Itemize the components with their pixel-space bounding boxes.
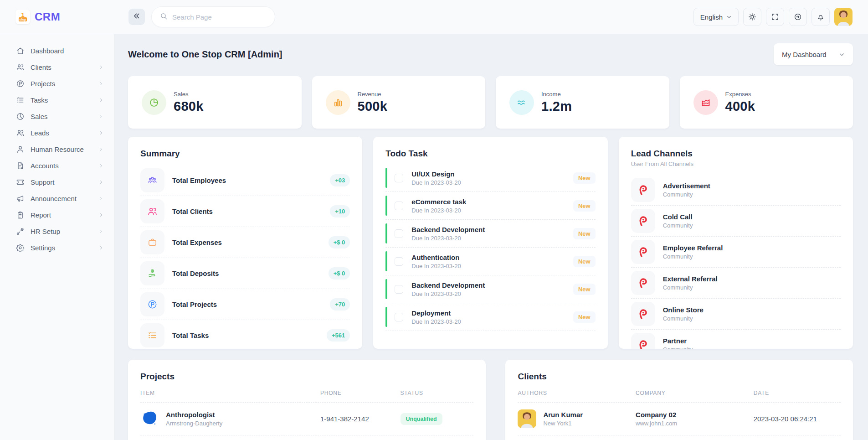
lead-channel-item: Partner Community (631, 330, 841, 349)
stat-label: Income (541, 91, 572, 98)
dashboard-select[interactable]: My Dashboard (774, 43, 853, 65)
todo-card: Todo Task UI/UX Design Due In 2023-03-20… (373, 137, 607, 349)
sidebar-item-report[interactable]: Report (0, 207, 114, 223)
column-header-date: DATE (754, 390, 841, 396)
avatar-image (834, 8, 853, 26)
client-date: 2023-03-20 06:24:21 (754, 415, 841, 423)
count-badge: +561 (327, 329, 350, 342)
todo-item: UI/UX Design Due In 2023-03-20 New (385, 164, 595, 192)
chevron-right-icon (98, 113, 103, 120)
summary-card: Summary Total Employees +03 Total Client… (128, 137, 362, 349)
bell-icon (817, 13, 825, 21)
brand-name: CRM (35, 10, 60, 23)
summary-row: Total Projects +70 (140, 289, 350, 320)
clipboard-icon (16, 211, 25, 219)
sidebar-item-announcement[interactable]: Announcement (0, 190, 114, 207)
sidebar-item-human-resource[interactable]: Human Resource (0, 141, 114, 157)
search-input[interactable] (172, 13, 267, 21)
status-badge: Unqualified (401, 413, 442, 425)
new-badge: New (573, 200, 596, 212)
sidebar-item-leads[interactable]: Leads (0, 124, 114, 141)
count-badge: +10 (330, 205, 350, 217)
summary-row: Total Tasks +561 (140, 320, 350, 349)
clients-card: Clients AUTHORS COMPANY DATE Arun Kumar … (505, 360, 853, 440)
sidebar-collapse-button[interactable] (128, 9, 145, 25)
tools-icon (16, 227, 25, 236)
count-badge: +$ 0 (329, 236, 350, 248)
tasklist-icon (140, 323, 164, 347)
stat-label: Expenses (725, 91, 755, 98)
brand-badge-icon: 1 stop (15, 10, 30, 24)
todo-checkbox[interactable] (395, 285, 403, 294)
sidebar: Dashboard Clients Projects Tasks Sales L… (0, 34, 115, 440)
new-badge: New (573, 311, 596, 323)
area-chart-icon (693, 90, 718, 115)
column-header-status: STATUS (401, 390, 474, 396)
theme-toggle-button[interactable] (743, 8, 761, 26)
pie-chart-icon (142, 90, 166, 115)
sidebar-item-tasks[interactable]: Tasks (0, 92, 114, 108)
language-dropdown[interactable]: English (693, 8, 739, 26)
stat-card-sales: Sales 680k (128, 76, 302, 129)
waves-icon (509, 90, 534, 115)
user-avatar[interactable] (834, 8, 853, 26)
fullscreen-button[interactable] (766, 8, 784, 26)
summary-row: Total Employees +03 (140, 165, 350, 196)
column-header-authors: AUTHORS (518, 390, 636, 396)
project-row: Anthropologist Armstrong-Daugherty 1-941… (140, 403, 473, 435)
lead-channel-item: Employee Referral Community (631, 237, 841, 268)
sidebar-item-settings[interactable]: Settings (0, 239, 114, 256)
priority-bar (385, 223, 387, 243)
lead-channels-list: Advertisement Community Cold Call Commun… (631, 175, 841, 349)
sidebar-item-dashboard[interactable]: Dashboard (0, 42, 114, 59)
wallet-icon (140, 230, 164, 254)
todo-checkbox[interactable] (395, 257, 403, 266)
todo-checkbox[interactable] (395, 202, 403, 210)
count-badge: +$ 0 (329, 267, 350, 280)
lead-channels-card: Lead Channels User From All Channels Adv… (619, 137, 853, 349)
project-avatar (140, 409, 159, 428)
arrow-circle-icon (794, 13, 802, 21)
sidebar-item-accounts[interactable]: Accounts (0, 157, 114, 174)
projects-card: Projects ITEM PHONE STATUS Anthropologis… (128, 360, 486, 440)
todo-item: eCommerce task Due In 2023-03-20 New (385, 192, 595, 220)
new-badge: New (573, 256, 596, 267)
lead-channel-item: Advertisement Community (631, 175, 841, 206)
summary-row: Total Clients +10 (140, 196, 350, 227)
sidebar-item-support[interactable]: Support (0, 174, 114, 190)
priority-bar (385, 307, 387, 327)
stat-card-income: Income 1.2m (496, 76, 669, 129)
client-company: Company 02 (636, 411, 754, 419)
stat-cards: Sales 680k Revenue 500k Income 1.2m Expe… (128, 76, 853, 129)
project-phone: 1-941-382-2142 (320, 415, 401, 423)
project-icon (16, 79, 25, 88)
lead-channels-subtitle: User From All Channels (631, 160, 841, 167)
chevron-right-icon (98, 162, 103, 170)
priority-bar (385, 168, 387, 188)
sidebar-item-hr-setup[interactable]: HR Setup (0, 223, 114, 239)
stat-value: 680k (174, 99, 204, 114)
stat-value: 500k (358, 99, 388, 114)
client-row: Ebrahim Company 02 2023-03-20 06:24:21 (518, 435, 841, 440)
todo-checkbox[interactable] (395, 313, 403, 321)
stat-label: Revenue (358, 91, 388, 98)
lead-channel-item: Cold Call Community (631, 206, 841, 237)
chevron-right-icon (98, 63, 103, 71)
chevron-down-icon (839, 52, 845, 57)
notifications-button[interactable] (812, 8, 830, 26)
todo-list: UI/UX Design Due In 2023-03-20 New eComm… (385, 164, 595, 331)
logout-button[interactable] (789, 8, 807, 26)
chevron-right-icon (98, 228, 103, 235)
todo-checkbox[interactable] (395, 229, 403, 238)
lead-channels-title: Lead Channels (631, 149, 841, 159)
brand-logo[interactable]: 1 stop CRM (0, 10, 115, 24)
sidebar-item-sales[interactable]: Sales (0, 108, 114, 124)
todo-checkbox[interactable] (395, 174, 403, 182)
sidebar-item-projects[interactable]: Projects (0, 75, 114, 92)
topbar: 1 stop CRM English (0, 0, 868, 34)
sidebar-item-clients[interactable]: Clients (0, 59, 114, 75)
bar-chart-icon (326, 90, 350, 115)
column-header-company: COMPANY (636, 390, 754, 396)
stat-value: 400k (725, 99, 755, 114)
main-content: Welcome to One Stop CRM [Admin] My Dashb… (115, 0, 868, 440)
